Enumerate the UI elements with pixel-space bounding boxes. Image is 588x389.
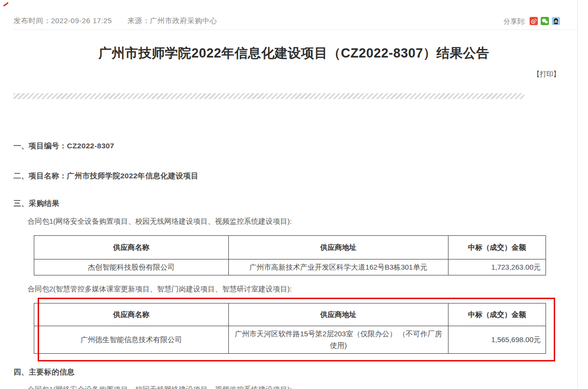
- header-award-amount: 中标（成交）金额: [448, 236, 546, 259]
- article-meta: 发布时间：2022-09-26 17:25来源：广州市政府采购中心: [14, 16, 217, 26]
- section-main-subject-info: 四、主要标的信息: [14, 367, 74, 377]
- hatched-divider: [14, 93, 524, 99]
- header-award-amount: 中标（成交）金额: [448, 303, 546, 326]
- source-label: 来源：: [127, 16, 150, 25]
- table-header-row: 供应商名称 供应商地址 中标（成交）金额: [34, 236, 546, 259]
- cell-supplier-address: 广州市高新技术产业开发区科学大道162号B3栋301单元: [229, 259, 448, 275]
- table-header-row: 供应商名称 供应商地址 中标（成交）金额: [34, 303, 546, 326]
- section-project-name: 二、项目名称：广州市技师学院2022年信息化建设项目: [14, 171, 198, 181]
- share-label: 分享到:: [504, 17, 526, 26]
- header-supplier-address: 供应商地址: [229, 303, 448, 326]
- cell-supplier-name: 杰创智能科技股份有限公司: [34, 259, 229, 275]
- publish-time-label: 发布时间：: [14, 16, 51, 25]
- print-button[interactable]: 【打印】: [533, 70, 560, 79]
- section-procurement-result: 三、采购结果: [14, 199, 59, 209]
- wechat-icon[interactable]: [541, 17, 549, 25]
- header-supplier-name: 供应商名称: [34, 236, 229, 259]
- corner-red-mark: [3, 2, 8, 6]
- table-row: 广州德生智能信息技术有限公司 广州市天河区软件路15号第2层203室（仅限办公）…: [34, 326, 546, 354]
- table-row: 杰创智能科技股份有限公司 广州市高新技术产业开发区科学大道162号B3栋301单…: [34, 259, 546, 275]
- cell-supplier-address: 广州市天河区软件路15号第2层203室（仅限办公） （不可作厂房使用): [229, 326, 448, 354]
- package1-result-table: 供应商名称 供应商地址 中标（成交）金额 杰创智能科技股份有限公司 广州市高新技…: [34, 235, 546, 275]
- header-supplier-name: 供应商名称: [34, 303, 229, 326]
- top-divider: [14, 29, 577, 30]
- page-title: 广州市技师学院2022年信息化建设项目（CZ2022-8307）结果公告: [0, 44, 588, 62]
- cell-supplier-name: 广州德生智能信息技术有限公司: [34, 326, 229, 354]
- package2-label: 合同包2(智慧管控多媒体课室更新项目、智慧门岗建设项目、智慧研讨室建设项目):: [28, 285, 292, 294]
- package1-label: 合同包1(网络安全设备购置项目、校园无线网络建设项目、视频监控系统建设项目):: [28, 217, 292, 226]
- header-supplier-address: 供应商地址: [229, 236, 448, 259]
- section-project-number: 一、项目编号：CZ2022-8307: [14, 141, 114, 151]
- publish-time-value: 2022-09-26 17:25: [51, 16, 112, 25]
- cell-award-amount: 1,565,698.00元: [448, 326, 546, 354]
- package2-result-table: 供应商名称 供应商地址 中标（成交）金额 广州德生智能信息技术有限公司 广州市天…: [34, 303, 546, 354]
- clipped-bottom-text: 合同包1(网络安全设备购置项目、校园无线网络建设项目、视频监控系统建设项目):: [28, 385, 292, 389]
- source-value: 广州市政府采购中心: [150, 16, 217, 25]
- weibo-icon[interactable]: [530, 17, 538, 25]
- qq-icon[interactable]: [552, 17, 560, 25]
- cell-award-amount: 1,723,263.00元: [448, 259, 546, 275]
